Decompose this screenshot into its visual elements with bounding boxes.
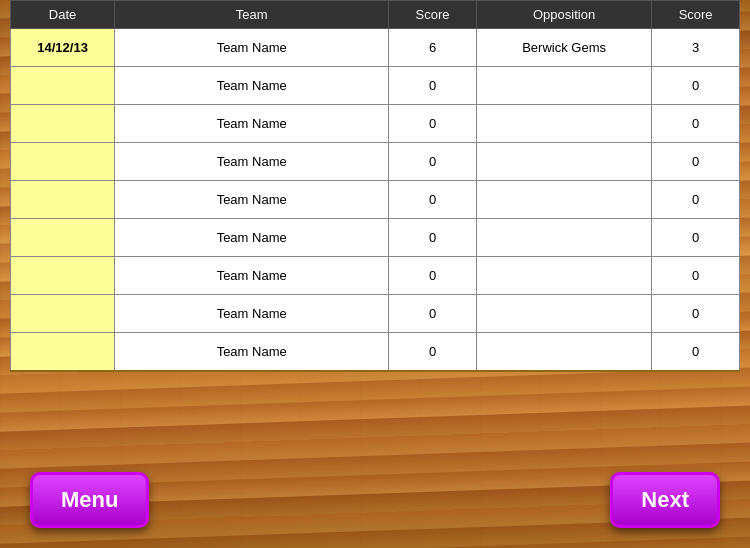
header-team: Team — [115, 1, 389, 29]
header-score: Score — [389, 1, 477, 29]
header-date: Date — [11, 1, 115, 29]
cell-score: 0 — [389, 333, 477, 371]
cell-team: Team Name — [115, 295, 389, 333]
cell-date — [11, 219, 115, 257]
cell-date — [11, 143, 115, 181]
cell-score: 0 — [389, 105, 477, 143]
table-row: Team Name 0 0 — [11, 67, 740, 105]
table-row: Team Name 0 0 — [11, 105, 740, 143]
cell-date — [11, 295, 115, 333]
cell-score2: 0 — [652, 181, 740, 219]
menu-button[interactable]: Menu — [30, 472, 149, 528]
cell-opposition — [476, 333, 651, 371]
cell-opposition — [476, 105, 651, 143]
table-header-row: Date Team Score Opposition Score — [11, 1, 740, 29]
cell-date — [11, 333, 115, 371]
cell-score2: 0 — [652, 67, 740, 105]
cell-date — [11, 181, 115, 219]
cell-score: 0 — [389, 143, 477, 181]
cell-date — [11, 105, 115, 143]
cell-opposition — [476, 257, 651, 295]
cell-date: 14/12/13 — [11, 29, 115, 67]
schedule-table: Date Team Score Opposition Score 14/12/1… — [10, 0, 740, 372]
cell-opposition — [476, 67, 651, 105]
cell-team: Team Name — [115, 105, 389, 143]
header-opposition: Opposition — [476, 1, 651, 29]
cell-score: 0 — [389, 219, 477, 257]
table-row: 14/12/13 Team Name 6 Berwick Gems 3 — [11, 29, 740, 67]
cell-score: 0 — [389, 181, 477, 219]
cell-opposition — [476, 295, 651, 333]
cell-score2: 0 — [652, 295, 740, 333]
header-score2: Score — [652, 1, 740, 29]
cell-score2: 0 — [652, 143, 740, 181]
cell-score: 0 — [389, 295, 477, 333]
cell-team: Team Name — [115, 333, 389, 371]
cell-team: Team Name — [115, 257, 389, 295]
cell-team: Team Name — [115, 29, 389, 67]
schedule-table-container: Date Team Score Opposition Score 14/12/1… — [0, 0, 750, 372]
cell-score2: 3 — [652, 29, 740, 67]
table-row: Team Name 0 0 — [11, 257, 740, 295]
table-row: Team Name 0 0 — [11, 333, 740, 371]
next-button[interactable]: Next — [610, 472, 720, 528]
cell-opposition — [476, 143, 651, 181]
table-row: Team Name 0 0 — [11, 181, 740, 219]
cell-date — [11, 257, 115, 295]
cell-opposition — [476, 181, 651, 219]
cell-score2: 0 — [652, 257, 740, 295]
cell-team: Team Name — [115, 181, 389, 219]
cell-score2: 0 — [652, 333, 740, 371]
table-row: Team Name 0 0 — [11, 219, 740, 257]
table-row: Team Name 0 0 — [11, 295, 740, 333]
cell-score2: 0 — [652, 219, 740, 257]
cell-team: Team Name — [115, 143, 389, 181]
cell-score: 0 — [389, 257, 477, 295]
cell-opposition — [476, 219, 651, 257]
cell-date — [11, 67, 115, 105]
cell-team: Team Name — [115, 67, 389, 105]
cell-opposition: Berwick Gems — [476, 29, 651, 67]
cell-score2: 0 — [652, 105, 740, 143]
cell-team: Team Name — [115, 219, 389, 257]
cell-score: 6 — [389, 29, 477, 67]
table-row: Team Name 0 0 — [11, 143, 740, 181]
cell-score: 0 — [389, 67, 477, 105]
